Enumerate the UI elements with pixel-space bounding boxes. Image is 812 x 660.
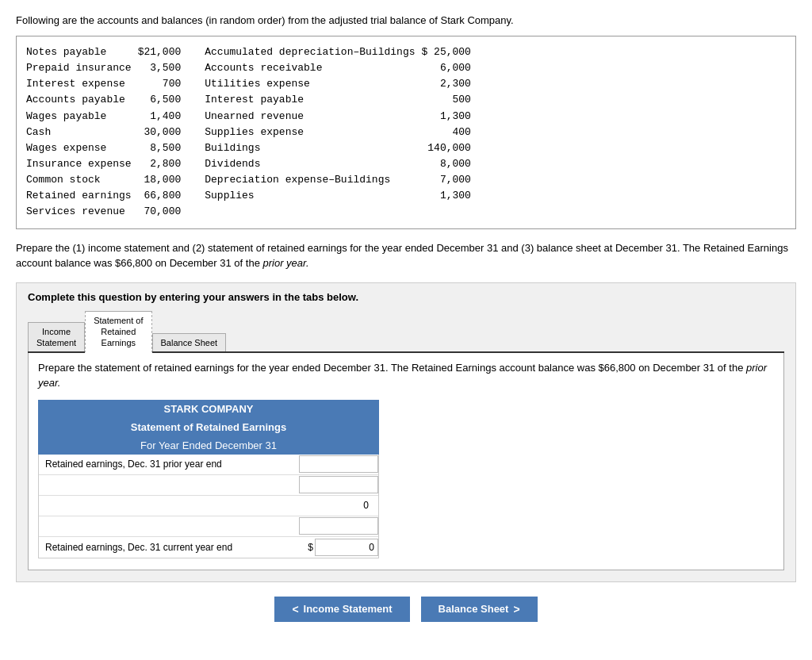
prepare-text-main: Prepare the (1) income statement and (2)…	[16, 242, 788, 270]
stmt-row-3: 0	[39, 496, 378, 516]
stmt-label-4	[39, 524, 299, 528]
stmt-input-4[interactable]	[299, 517, 378, 535]
tabs-row: Income Statement Statement of Retained E…	[28, 311, 784, 354]
stmt-label-prior: Retained earnings, Dec. 31 prior year en…	[39, 456, 299, 472]
accounts-left-col: Notes payable Prepaid insurance Interest…	[26, 44, 181, 221]
stmt-label-current: Retained earnings, Dec. 31 current year …	[39, 539, 308, 555]
complete-box-title: Complete this question by entering your …	[28, 291, 784, 303]
stmt-row-4	[39, 516, 378, 537]
tab-content-retained-earnings: Prepare the statement of retained earnin…	[28, 353, 784, 570]
prev-arrow-icon: <	[292, 603, 298, 616]
prepare-text-italic: prior year.	[263, 257, 309, 269]
nav-buttons: < Income Statement Balance Sheet >	[16, 597, 796, 622]
stmt-title: Statement of Retained Earnings	[38, 418, 379, 436]
prev-button[interactable]: < Income Statement	[274, 597, 409, 622]
accounts-right-names: Accumulated depreciation–Buildings Accou…	[205, 44, 415, 221]
accounts-left-values: $21,000 3,500 700 6,500 1,400 30,000 8,5…	[138, 44, 182, 221]
accounts-right-col: Accumulated depreciation–Buildings Accou…	[205, 44, 471, 221]
stmt-input-current[interactable]	[315, 539, 378, 556]
stmt-row-1: Retained earnings, Dec. 31 prior year en…	[39, 455, 378, 475]
tab-instruction-text: Prepare the statement of retained earnin…	[38, 362, 746, 374]
next-button-label: Balance Sheet	[439, 603, 509, 615]
stmt-label-3	[39, 503, 299, 508]
tab-balance-sheet[interactable]: Balance Sheet	[152, 333, 227, 351]
tab-retained-earnings[interactable]: Statement of Retained Earnings	[85, 311, 151, 354]
stmt-period: For Year Ended December 31	[38, 436, 379, 455]
accounts-right-values: $ 25,000 6,000 2,300 500 1,300 400 140,0…	[421, 44, 470, 221]
stmt-body: Retained earnings, Dec. 31 prior year en…	[38, 455, 379, 558]
accounts-left-names: Notes payable Prepaid insurance Interest…	[26, 44, 132, 221]
accounts-table: Notes payable Prepaid insurance Interest…	[16, 36, 796, 229]
stmt-row-current: Retained earnings, Dec. 31 current year …	[39, 537, 378, 558]
stmt-dollar-sign: $	[308, 542, 313, 553]
stmt-label-2	[39, 482, 299, 487]
tab-content-instruction: Prepare the statement of retained earnin…	[38, 361, 774, 389]
stmt-input-prior[interactable]	[299, 455, 378, 473]
tab-income-statement[interactable]: Income Statement	[28, 322, 85, 352]
stmt-company-name: STARK COMPANY	[38, 400, 379, 418]
stmt-row-2	[39, 475, 378, 496]
retained-earnings-statement: STARK COMPANY Statement of Retained Earn…	[38, 400, 379, 558]
complete-question-box: Complete this question by entering your …	[16, 282, 796, 582]
prev-button-label: Income Statement	[304, 603, 393, 615]
next-arrow-icon: >	[513, 603, 519, 616]
intro-paragraph: Following are the accounts and balances …	[16, 14, 796, 26]
next-button[interactable]: Balance Sheet >	[421, 597, 538, 622]
prepare-instructions: Prepare the (1) income statement and (2)…	[16, 240, 796, 271]
stmt-input-2[interactable]	[299, 476, 378, 493]
stmt-zero-1: 0	[358, 498, 373, 512]
stmt-dollar-cell: $	[308, 539, 378, 556]
